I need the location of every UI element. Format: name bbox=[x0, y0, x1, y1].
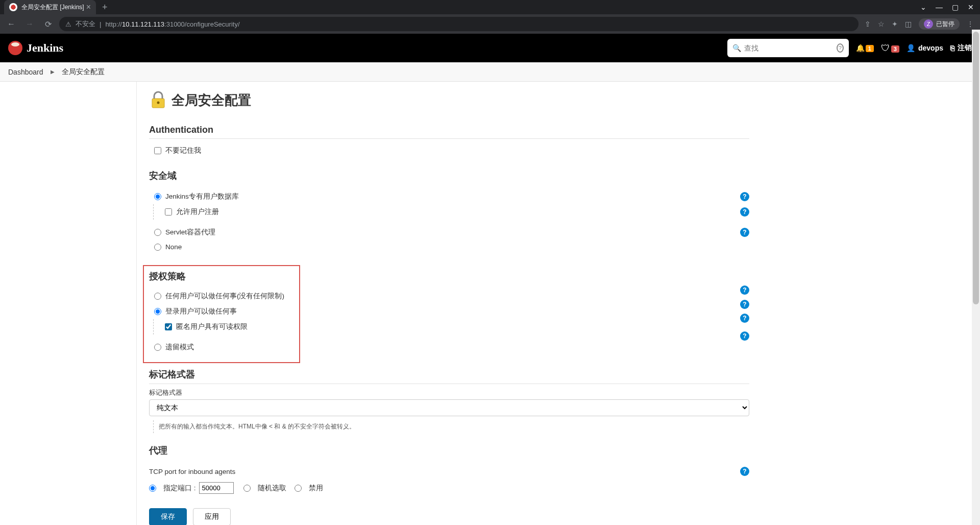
tab-close-icon[interactable]: × bbox=[86, 3, 91, 12]
realm-section-title: 安全域 bbox=[149, 170, 749, 185]
sidebar bbox=[0, 82, 137, 525]
window-controls: ⌄ — ▢ ✕ bbox=[920, 3, 980, 11]
section-security-realm: 安全域 Jenkins专有用户数据库 ? 允许用户注册 ? Servlet容器代… bbox=[149, 170, 749, 254]
help-icon[interactable]: ? bbox=[740, 228, 749, 237]
page-layout: 全局安全配置 Authentication 不要记住我 安全域 Jenkins专… bbox=[0, 82, 980, 525]
authz-anyone-radio[interactable] bbox=[154, 293, 161, 300]
search-box[interactable]: 🔍 ? bbox=[727, 39, 849, 57]
apply-button[interactable]: 应用 bbox=[193, 508, 231, 525]
section-markup-formatter: 标记格式器 标记格式器 纯文本 把所有的输入都当作纯文本。HTML中像 < 和 … bbox=[149, 368, 749, 433]
breadcrumb-sep-icon: ▶ bbox=[51, 69, 55, 75]
browser-toolbar: ← → ⟳ ⚠ 不安全 | http://10.11.121.113:31000… bbox=[0, 14, 980, 34]
anon-read-label[interactable]: 匿名用户具有可读权限 bbox=[176, 322, 248, 331]
authz-logged-in-radio[interactable] bbox=[154, 308, 161, 315]
jenkins-logo[interactable]: Jenkins bbox=[8, 41, 63, 55]
help-icon[interactable]: ? bbox=[740, 331, 749, 341]
realm-jenkins-db-radio[interactable] bbox=[154, 193, 161, 200]
help-icon[interactable]: ? bbox=[740, 285, 749, 295]
realm-jenkins-db-label[interactable]: Jenkins专有用户数据库 bbox=[165, 192, 239, 201]
tcp-port-label: TCP port for inbound agents bbox=[149, 468, 235, 475]
bookmark-icon[interactable]: ☆ bbox=[878, 20, 885, 28]
sidepanel-icon[interactable]: ◫ bbox=[905, 20, 912, 28]
search-input[interactable] bbox=[744, 44, 834, 52]
extensions-icon[interactable]: ✦ bbox=[892, 20, 898, 28]
port-disable-radio[interactable] bbox=[295, 485, 302, 492]
browser-actions: ⇪ ☆ ✦ ◫ Z 已暂停 ⋮ bbox=[863, 18, 976, 30]
main-content: 全局安全配置 Authentication 不要记住我 安全域 Jenkins专… bbox=[137, 82, 765, 525]
markup-formatter-select[interactable]: 纯文本 bbox=[149, 399, 749, 416]
port-fixed-label[interactable]: 指定端口 : bbox=[163, 484, 196, 493]
search-help-icon[interactable]: ? bbox=[837, 43, 844, 53]
reload-icon[interactable]: ⟳ bbox=[41, 19, 55, 29]
remember-me-checkbox[interactable] bbox=[154, 147, 161, 154]
port-disable-label[interactable]: 禁用 bbox=[309, 484, 323, 493]
profile-paused-pill[interactable]: Z 已暂停 bbox=[919, 18, 960, 30]
svg-point-1 bbox=[157, 102, 160, 104]
avatar-icon: Z bbox=[924, 19, 933, 29]
tab-title: 全局安全配置 [Jenkins] bbox=[21, 3, 84, 12]
agent-section-title: 代理 bbox=[149, 444, 749, 460]
help-icon[interactable]: ? bbox=[740, 207, 749, 217]
section-authentication: Authentication 不要记住我 bbox=[149, 125, 749, 158]
jenkins-face-icon bbox=[8, 41, 22, 55]
paused-label: 已暂停 bbox=[936, 20, 954, 29]
realm-servlet-label[interactable]: Servlet容器代理 bbox=[165, 228, 215, 237]
button-bar: 保存 应用 bbox=[149, 508, 749, 525]
realm-servlet-radio[interactable] bbox=[154, 229, 161, 236]
security-alerts[interactable]: 🛡3 bbox=[881, 43, 899, 54]
logout-icon: ⎘ bbox=[950, 44, 954, 52]
remember-me-label[interactable]: 不要记住我 bbox=[165, 146, 201, 155]
user-link[interactable]: 👤 devops bbox=[906, 44, 943, 52]
shield-icon: 🛡 bbox=[881, 43, 890, 53]
maximize-icon[interactable]: ▢ bbox=[952, 3, 959, 11]
close-window-icon[interactable]: ✕ bbox=[968, 3, 974, 11]
search-icon: 🔍 bbox=[732, 44, 741, 52]
authz-logged-in-label[interactable]: 登录用户可以做任何事 bbox=[165, 307, 237, 316]
authz-legacy-radio[interactable] bbox=[154, 344, 161, 351]
section-agent: 代理 TCP port for inbound agents ? 指定端口 : … bbox=[149, 444, 749, 497]
bell-icon: 🔔 bbox=[856, 44, 865, 52]
realm-none-radio[interactable] bbox=[154, 244, 161, 251]
logout-link[interactable]: ⎘ 注销 bbox=[950, 43, 972, 53]
help-icon[interactable]: ? bbox=[740, 467, 749, 476]
port-input[interactable] bbox=[199, 482, 234, 494]
breadcrumb: Dashboard ▶ 全局安全配置 bbox=[0, 62, 980, 82]
username-label: devops bbox=[918, 44, 943, 52]
user-icon: 👤 bbox=[906, 44, 915, 52]
back-icon[interactable]: ← bbox=[4, 19, 18, 29]
page-title-row: 全局安全配置 bbox=[149, 91, 749, 109]
authz-anyone-label[interactable]: 任何用户可以做任何事(没有任何限制) bbox=[165, 292, 284, 301]
anon-read-checkbox[interactable] bbox=[165, 323, 172, 330]
chevron-down-icon[interactable]: ⌄ bbox=[920, 3, 926, 11]
allow-signup-label[interactable]: 允许用户注册 bbox=[176, 207, 219, 217]
minimize-icon[interactable]: — bbox=[936, 3, 943, 11]
browser-tab[interactable]: 全局安全配置 [Jenkins] × bbox=[4, 0, 96, 14]
allow-signup-checkbox[interactable] bbox=[165, 208, 172, 216]
logout-label: 注销 bbox=[958, 43, 972, 53]
alert-badge: 3 bbox=[891, 45, 899, 53]
new-tab-button[interactable]: + bbox=[102, 2, 108, 13]
save-button[interactable]: 保存 bbox=[149, 508, 187, 525]
help-icon[interactable]: ? bbox=[740, 314, 749, 323]
scrollbar[interactable] bbox=[972, 30, 980, 525]
forward-icon[interactable]: → bbox=[22, 19, 37, 29]
port-fixed-radio[interactable] bbox=[149, 485, 156, 492]
authz-legacy-label[interactable]: 遗留模式 bbox=[165, 343, 194, 352]
jenkins-header: Jenkins 🔍 ? 🔔1 🛡3 👤 devops ⎘ 注销 bbox=[0, 34, 980, 62]
notification-bell[interactable]: 🔔1 bbox=[856, 44, 874, 52]
share-icon[interactable]: ⇪ bbox=[865, 20, 871, 28]
port-random-label[interactable]: 随机选取 bbox=[258, 484, 286, 493]
address-bar[interactable]: ⚠ 不安全 | http://10.11.121.113:31000/confi… bbox=[59, 17, 859, 31]
url-text: http://10.11.121.113:31000/configureSecu… bbox=[105, 20, 239, 28]
realm-none-label[interactable]: None bbox=[165, 243, 182, 251]
markup-section-title: 标记格式器 bbox=[149, 368, 749, 384]
scrollbar-thumb[interactable] bbox=[973, 32, 979, 304]
breadcrumb-current[interactable]: 全局安全配置 bbox=[62, 67, 105, 77]
section-authorization-wrapper: 授权策略 任何用户可以做任何事(没有任何限制) 登录用户可以做任何事 匿名用户具… bbox=[149, 265, 749, 363]
breadcrumb-dashboard[interactable]: Dashboard bbox=[8, 68, 43, 76]
menu-icon[interactable]: ⋮ bbox=[967, 20, 974, 28]
notif-badge: 1 bbox=[866, 45, 874, 52]
help-icon[interactable]: ? bbox=[740, 192, 749, 201]
port-random-radio[interactable] bbox=[243, 485, 251, 492]
help-icon[interactable]: ? bbox=[740, 300, 749, 309]
